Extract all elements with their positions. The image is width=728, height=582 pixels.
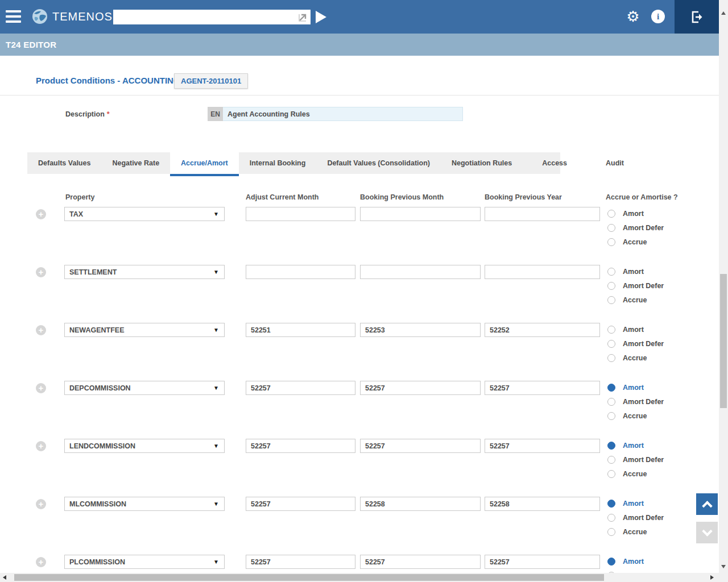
radio-circle-icon — [607, 354, 615, 362]
radio-circle-icon — [607, 456, 615, 464]
radio-circle-icon — [607, 412, 615, 420]
scrollbar-left-arrow-icon[interactable] — [3, 575, 6, 580]
scrollbar-up-arrow-icon[interactable] — [721, 11, 726, 15]
radio-label: Amort Defer — [623, 282, 664, 290]
hamburger-menu-icon[interactable] — [6, 10, 21, 23]
radio-label: Accrue — [623, 412, 647, 420]
booking-previous-month-input[interactable] — [360, 265, 481, 279]
radio-label: Accrue — [623, 296, 647, 304]
booking-previous-month-input[interactable] — [360, 323, 481, 337]
radio-label: Amort — [623, 326, 644, 334]
radio-amort[interactable]: Amort — [607, 268, 664, 276]
description-input[interactable] — [223, 107, 463, 121]
tab-default-values-consolidation[interactable]: Default Values (Consolidation) — [316, 152, 441, 174]
adjust-current-month-input[interactable] — [246, 207, 355, 221]
property-select[interactable]: TAX▼ — [64, 207, 225, 221]
add-row-button[interactable]: + — [36, 267, 46, 277]
adjust-current-month-input[interactable] — [246, 497, 355, 511]
radio-circle-icon — [607, 340, 615, 348]
radio-circle-icon — [607, 296, 615, 304]
booking-previous-year-input[interactable] — [485, 207, 600, 221]
radio-amort-defer[interactable]: Amort Defer — [607, 282, 664, 290]
adjust-current-month-input[interactable] — [246, 439, 355, 453]
radio-accrue[interactable]: Accrue — [607, 470, 664, 478]
settings-gear-icon[interactable]: ⚙ — [625, 9, 641, 24]
radio-amort[interactable]: Amort — [607, 326, 664, 334]
add-row-button[interactable]: + — [36, 441, 46, 451]
radio-amort[interactable]: Amort — [607, 558, 664, 566]
horizontal-scrollbar-thumb[interactable] — [14, 574, 604, 581]
scrollbar-down-arrow-icon[interactable] — [721, 565, 726, 568]
radio-amort-defer[interactable]: Amort Defer — [607, 398, 664, 406]
add-row-button[interactable]: + — [36, 557, 46, 567]
radio-amort[interactable]: Amort — [607, 500, 664, 508]
radio-accrue[interactable]: Accrue — [607, 528, 664, 536]
horizontal-scrollbar[interactable] — [0, 573, 719, 582]
radio-accrue[interactable]: Accrue — [607, 354, 664, 362]
booking-previous-month-input[interactable] — [360, 497, 481, 511]
adjust-current-month-input[interactable] — [246, 381, 355, 395]
property-select[interactable]: LENDCOMMISSION▼ — [64, 439, 225, 453]
tab-negotiation-rules[interactable]: Negotiation Rules — [441, 152, 523, 174]
add-row-button[interactable]: + — [36, 325, 46, 335]
radio-label: Amort — [623, 500, 644, 508]
scroll-to-top-button[interactable] — [696, 493, 718, 515]
radio-circle-icon — [607, 500, 615, 508]
booking-previous-year-input[interactable] — [485, 323, 600, 337]
radio-label: Accrue — [623, 238, 647, 246]
tab-negative-rate[interactable]: Negative Rate — [101, 152, 170, 174]
radio-amort[interactable]: Amort — [607, 210, 664, 218]
radio-accrue[interactable]: Accrue — [607, 296, 664, 304]
vertical-scrollbar[interactable] — [719, 0, 728, 573]
run-command-button[interactable] — [316, 11, 326, 23]
search-go-icon[interactable] — [297, 11, 309, 23]
radio-amort-defer[interactable]: Amort Defer — [607, 224, 664, 232]
radio-amort[interactable]: Amort — [607, 384, 664, 392]
property-select[interactable]: NEWAGENTFEE▼ — [64, 323, 225, 337]
tab-internal-booking[interactable]: Internal Booking — [239, 152, 317, 174]
app-title: T24 EDITOR — [6, 40, 56, 49]
tab-accrue-amort[interactable]: Accrue/Amort — [170, 152, 239, 174]
tab-audit[interactable]: Audit — [586, 152, 643, 174]
radio-circle-icon — [607, 210, 615, 218]
booking-previous-year-input[interactable] — [485, 381, 600, 395]
booking-previous-month-input[interactable] — [360, 555, 481, 569]
radio-label: Amort Defer — [623, 340, 664, 348]
booking-previous-year-input[interactable] — [485, 555, 600, 569]
booking-previous-month-input[interactable] — [360, 207, 481, 221]
booking-previous-month-input[interactable] — [360, 439, 481, 453]
adjust-current-month-input[interactable] — [246, 555, 355, 569]
info-icon[interactable]: i — [651, 10, 665, 23]
sign-out-button[interactable] — [675, 0, 719, 34]
adjust-current-month-input[interactable] — [246, 265, 355, 279]
property-select[interactable]: DEPCOMMISSION▼ — [64, 381, 225, 395]
radio-amort-defer[interactable]: Amort Defer — [607, 514, 664, 522]
tab-access[interactable]: Access — [523, 152, 586, 174]
booking-previous-year-input[interactable] — [485, 497, 600, 511]
property-select[interactable]: PLCOMMISSION▼ — [64, 555, 225, 569]
booking-previous-year-input[interactable] — [485, 439, 600, 453]
add-row-button[interactable]: + — [36, 499, 46, 509]
vertical-scrollbar-thumb[interactable] — [720, 274, 727, 408]
scroll-to-bottom-button[interactable] — [696, 522, 718, 543]
booking-previous-year-input[interactable] — [485, 265, 600, 279]
add-row-button[interactable]: + — [36, 383, 46, 393]
chevron-up-icon — [702, 501, 712, 511]
column-header-adjust-current-month: Adjust Current Month — [246, 193, 318, 201]
radio-amort[interactable]: Amort — [607, 442, 664, 450]
adjust-current-month-input[interactable] — [246, 323, 355, 337]
scrollbar-right-arrow-icon[interactable] — [710, 575, 714, 580]
radio-amort-defer[interactable]: Amort Defer — [607, 340, 664, 348]
radio-amort-defer[interactable]: Amort Defer — [607, 456, 664, 464]
tab-defaults-values[interactable]: Defaults Values — [27, 152, 101, 174]
radio-circle-icon — [607, 238, 615, 246]
radio-accrue[interactable]: Accrue — [607, 238, 664, 246]
booking-previous-month-input[interactable] — [360, 381, 481, 395]
dropdown-arrow-icon: ▼ — [213, 211, 219, 217]
radio-accrue[interactable]: Accrue — [607, 412, 664, 420]
add-row-button[interactable]: + — [36, 209, 46, 219]
property-select[interactable]: MLCOMMISSION▼ — [64, 497, 225, 511]
description-field-group: EN — [208, 107, 463, 121]
property-select[interactable]: SETTLEMENT▼ — [64, 265, 225, 279]
search-input[interactable] — [113, 10, 297, 24]
